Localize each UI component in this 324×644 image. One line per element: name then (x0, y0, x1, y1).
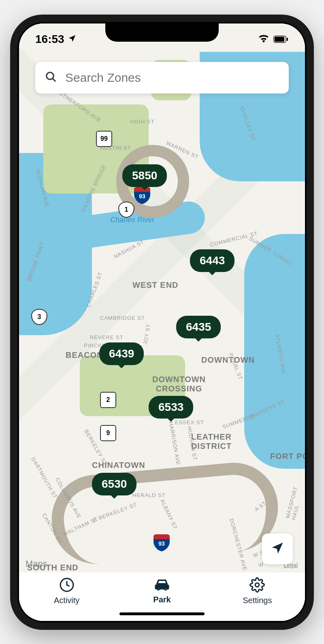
tab-park-label: Park (153, 595, 171, 604)
home-indicator[interactable] (119, 612, 205, 615)
area-downtown: DOWNTOWN (201, 355, 255, 365)
screen: 16:53 (19, 23, 305, 621)
area-westend: WEST END (132, 281, 179, 290)
svg-rect-2 (287, 38, 288, 41)
svg-point-3 (47, 72, 54, 79)
tab-settings[interactable]: Settings (233, 577, 281, 605)
locate-me-button[interactable] (262, 533, 293, 564)
tab-activity-label: Activity (54, 596, 79, 605)
route-shield-2: 2 (100, 392, 116, 408)
area-chinatown: CHINATOWN (92, 461, 145, 470)
tab-park[interactable]: Park (138, 577, 186, 604)
gear-icon (249, 577, 265, 594)
map-attribution: Maps (26, 559, 47, 569)
search-icon (45, 71, 57, 85)
area-dtx: DOWNTOWN CROSSING (151, 375, 207, 393)
location-arrow-icon (68, 33, 77, 46)
compass-arrow-icon (270, 541, 285, 557)
zone-marker-5850[interactable]: 5850 (122, 164, 167, 187)
route-shield-99: 99 (96, 131, 112, 147)
wifi-icon (258, 33, 269, 46)
phone-frame: 16:53 (10, 15, 314, 630)
tab-settings-label: Settings (243, 596, 272, 605)
map-river-label: Charles River (110, 216, 154, 224)
clock-icon (59, 577, 75, 594)
zone-marker-6443[interactable]: 6443 (190, 249, 234, 272)
svg-point-10 (256, 583, 260, 587)
zone-marker-6533[interactable]: 6533 (149, 396, 193, 419)
zone-marker-6439[interactable]: 6439 (99, 342, 144, 365)
battery-icon (273, 33, 289, 46)
map-view[interactable]: Charles River WEST END BEACON HILL DOWNT… (19, 23, 305, 621)
svg-point-7 (158, 587, 160, 589)
svg-rect-1 (275, 37, 284, 42)
car-icon (153, 577, 171, 593)
svg-point-8 (164, 587, 166, 589)
route-shield-9: 9 (100, 425, 116, 441)
tab-activity[interactable]: Activity (43, 577, 91, 605)
status-time: 16:53 (35, 33, 64, 46)
zone-marker-6435[interactable]: 6435 (176, 316, 221, 338)
area-fortpoint: FORT PO (270, 452, 305, 461)
zone-marker-6530[interactable]: 6530 (92, 473, 136, 495)
search-input[interactable] (65, 71, 279, 85)
interstate-shield-93-south: 93 (153, 533, 171, 551)
search-bar[interactable] (35, 62, 289, 94)
svg-line-4 (53, 78, 56, 81)
